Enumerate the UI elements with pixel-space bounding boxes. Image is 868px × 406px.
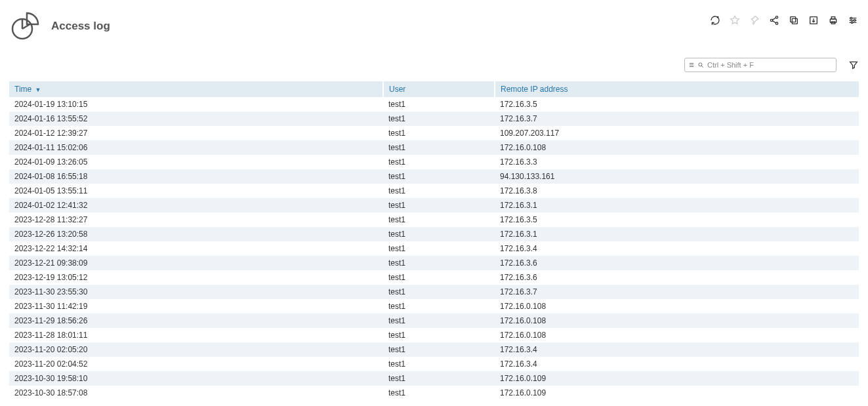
cell-ip: 172.16.0.108 [495,314,859,328]
svg-point-14 [699,63,702,66]
cell-user: test1 [383,126,495,140]
cell-ip: 172.16.3.4 [495,357,859,371]
table-row[interactable]: 2024-01-09 13:26:05test1172.16.3.3 [9,155,859,169]
cell-user: test1 [383,386,495,400]
cell-ip: 172.16.3.8 [495,184,859,198]
cell-user: test1 [383,97,495,112]
table-row[interactable]: 2024-01-08 16:55:18test194.130.133.161 [9,169,859,184]
pin-icon[interactable] [749,14,760,26]
cell-user: test1 [383,342,495,357]
column-header-user[interactable]: User [383,81,495,97]
column-header-label: Remote IP address [501,85,568,94]
table-row[interactable]: 2024-01-12 12:39:27test1109.207.203.117 [9,126,859,140]
table-row[interactable]: 2023-11-20 02:04:52test1172.16.3.4 [9,357,859,371]
settings-icon[interactable] [847,14,859,26]
column-header-label: User [389,85,405,94]
header: Access log [9,10,859,42]
sort-desc-icon: ▼ [35,87,41,93]
cell-user: test1 [383,299,495,314]
cell-ip: 172.16.3.5 [495,213,859,227]
column-header-time[interactable]: Time ▼ [9,81,383,97]
cell-time: 2024-01-12 12:39:27 [9,126,383,140]
cell-user: test1 [383,285,495,299]
export-icon[interactable] [808,14,819,26]
cell-time: 2023-11-20 02:05:20 [9,342,383,357]
cell-ip: 172.16.0.109 [495,371,859,386]
svg-point-11 [850,17,852,19]
cell-time: 2023-12-19 13:05:12 [9,270,383,285]
table-row[interactable]: 2023-11-29 18:56:26test1172.16.0.108 [9,314,859,328]
table-row[interactable]: 2023-12-21 09:38:09test1172.16.3.6 [9,256,859,270]
cell-user: test1 [383,328,495,342]
table-row[interactable]: 2023-11-20 02:05:20test1172.16.3.4 [9,342,859,357]
cell-user: test1 [383,241,495,256]
access-log-table: Time ▼ User Remote IP address 2024-01-19… [9,81,859,400]
table-row[interactable]: 2023-10-30 19:58:10test1172.16.0.109 [9,371,859,386]
table-row[interactable]: 2024-01-05 13:55:11test1172.16.3.8 [9,184,859,198]
cell-ip: 172.16.3.7 [495,285,859,299]
table-row[interactable]: 2023-12-26 13:20:58test1172.16.3.1 [9,227,859,241]
cell-time: 2023-12-22 14:32:14 [9,241,383,256]
table-row[interactable]: 2024-01-11 15:02:06test1172.16.0.108 [9,140,859,155]
table-row[interactable]: 2024-01-16 13:55:52test1172.16.3.7 [9,112,859,126]
cell-time: 2024-01-08 16:55:18 [9,169,383,184]
cell-ip: 172.16.0.108 [495,299,859,314]
cell-time: 2024-01-11 15:02:06 [9,140,383,155]
cell-time: 2023-10-30 19:58:10 [9,371,383,386]
cell-time: 2023-11-30 23:55:30 [9,285,383,299]
table-row[interactable]: 2023-11-28 18:01:11test1172.16.0.108 [9,328,859,342]
cell-time: 2024-01-16 13:55:52 [9,112,383,126]
refresh-icon[interactable] [709,14,721,26]
svg-rect-5 [792,18,797,24]
cell-time: 2023-11-30 11:42:19 [9,299,383,314]
svg-rect-9 [831,17,835,19]
copy-icon[interactable] [788,14,800,26]
cell-time: 2023-11-20 02:04:52 [9,357,383,371]
svg-point-13 [851,22,853,24]
cell-user: test1 [383,112,495,126]
table-row[interactable]: 2023-12-28 11:32:27test1172.16.3.5 [9,213,859,227]
page-title: Access log [51,20,110,33]
cell-user: test1 [383,155,495,169]
table-row[interactable]: 2023-10-30 18:57:08test1172.16.0.109 [9,386,859,400]
cell-ip: 172.16.3.4 [495,241,859,256]
pie-chart-icon [9,10,41,42]
cell-ip: 172.16.3.1 [495,227,859,241]
cell-time: 2023-10-30 18:57:08 [9,386,383,400]
cell-ip: 172.16.0.108 [495,140,859,155]
cell-time: 2024-01-09 13:26:05 [9,155,383,169]
cell-user: test1 [383,198,495,213]
cell-ip: 172.16.3.5 [495,97,859,112]
favorite-icon[interactable] [729,14,741,26]
search-input[interactable] [706,60,833,70]
cell-user: test1 [383,227,495,241]
cell-user: test1 [383,270,495,285]
cell-ip: 172.16.3.6 [495,256,859,270]
filter-icon[interactable] [848,60,859,70]
svg-point-1 [717,17,718,18]
search-box[interactable] [684,58,837,72]
table-row[interactable]: 2023-11-30 11:42:19test1172.16.0.108 [9,299,859,314]
cell-time: 2023-12-21 09:38:09 [9,256,383,270]
table-row[interactable]: 2024-01-02 12:41:32test1172.16.3.1 [9,198,859,213]
column-header-ip[interactable]: Remote IP address [495,81,859,97]
cell-time: 2023-11-28 18:01:11 [9,328,383,342]
table-row[interactable]: 2023-12-19 13:05:12test1172.16.3.6 [9,270,859,285]
search-icon [697,61,705,69]
cell-user: test1 [383,140,495,155]
share-icon[interactable] [768,14,780,26]
table-row[interactable]: 2024-01-19 13:10:15test1172.16.3.5 [9,97,859,112]
svg-point-12 [854,20,856,22]
cell-user: test1 [383,256,495,270]
cell-time: 2023-11-29 18:56:26 [9,314,383,328]
cell-ip: 172.16.3.6 [495,270,859,285]
table-row[interactable]: 2023-11-30 23:55:30test1172.16.3.7 [9,285,859,299]
toolbar [709,10,859,26]
cell-time: 2024-01-05 13:55:11 [9,184,383,198]
cell-ip: 109.207.203.117 [495,126,859,140]
table-row[interactable]: 2023-12-22 14:32:14test1172.16.3.4 [9,241,859,256]
cell-time: 2023-12-26 13:20:58 [9,227,383,241]
svg-rect-6 [791,17,796,22]
print-icon[interactable] [827,14,839,26]
column-header-label: Time [14,85,31,94]
